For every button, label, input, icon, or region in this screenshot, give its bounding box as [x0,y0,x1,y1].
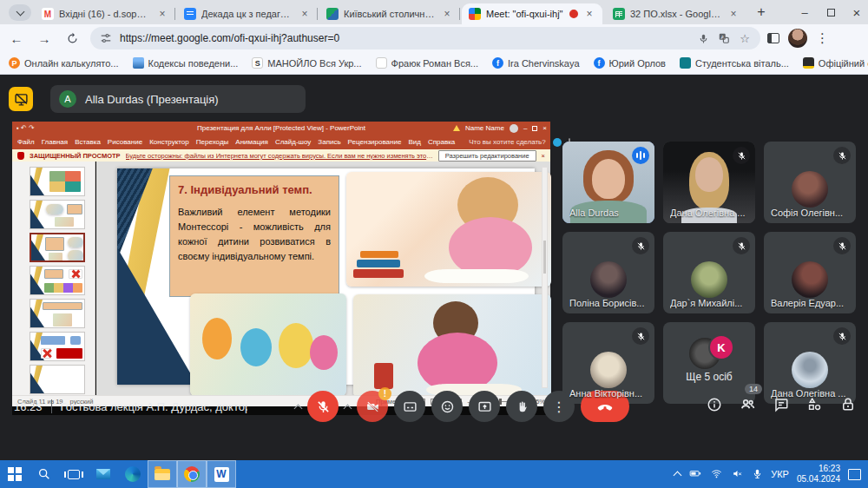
bookmark-item[interactable]: PОнлайн калькулято... [9,57,119,69]
protected-view-label: ЗАЩИЩЕННЫЙ ПРОСМОТР [30,152,121,160]
protected-view-bar: ЗАЩИЩЕННЫЙ ПРОСМОТР Будьте осторожны: фа… [12,149,550,162]
side-panel-icon[interactable] [767,33,779,43]
tab-search-button[interactable] [9,4,31,21]
address-bar[interactable]: https://meet.google.com/ofi-qxui-ihj?aut… [90,27,760,49]
bookmark-star-icon[interactable]: ☆ [738,31,752,45]
raise-hand-button[interactable] [506,391,537,422]
participant-avatar [691,261,727,298]
participant-tile[interactable]: Валерія Едуар... [764,232,856,313]
reactions-button[interactable] [431,391,463,422]
tray-show-hidden-icons[interactable] [674,472,682,480]
ppt-menu-item: Рисование [108,138,142,146]
bookmark-item[interactable]: Студентська віталь... [680,57,789,69]
site-settings-icon[interactable] [99,31,113,45]
language-indicator[interactable]: УКР [771,469,789,479]
profile-avatar[interactable] [788,29,807,48]
group-avatar-badge: K [708,334,734,360]
slide-thumbnail: 12 [30,266,85,295]
participant-tile[interactable]: Софія Олегівн... [764,142,856,223]
tab-close-button[interactable]: × [583,8,595,20]
ppt-menu-item: Главная [42,138,68,146]
slide-title: 7. Індивідуальний темп. [178,183,331,196]
window-maximize-button[interactable] [818,0,844,24]
browser-menu-button[interactable]: ⋮ [816,30,829,46]
bookmark-label: Онлайн калькулято... [24,58,119,69]
presenter-label: Alla Durdas (Презентація) [85,93,219,106]
site-favicon-icon [680,57,691,69]
participant-tile[interactable]: Анна Вікторівн... [562,322,654,404]
voice-search-icon[interactable] [696,31,710,45]
present-button[interactable] [469,391,500,422]
more-vertical-icon: ⋮ [552,399,566,415]
new-tab-button[interactable]: + [748,0,774,24]
translate-icon[interactable]: A [717,31,731,45]
tab-docs[interactable]: Декада цк з педагогічної о × [177,3,318,24]
participant-tile[interactable]: Дана Олегівна ... [663,142,755,223]
presentation-warning-button[interactable] [9,87,33,111]
mic-off-icon [733,147,750,164]
participant-tile[interactable]: Дана Олегівна ... [764,322,856,404]
microphone-tray-icon[interactable] [752,468,763,481]
tab-university[interactable]: Київський столичний унів × [319,3,460,24]
wifi-icon[interactable] [710,468,723,481]
host-controls-button[interactable] [840,397,856,416]
tab-sheets[interactable]: 32 ПО.xlsx - Google Таблиц × [606,3,746,24]
mail-app-button[interactable] [89,460,118,488]
browser-tabstrip: M Вхідні (16) - d.sopova@kub × Декада цк… [0,0,868,24]
ppt-menu-item: Файл [17,138,35,146]
tab-close-button[interactable]: × [156,8,168,20]
taskbar-clock[interactable]: 16:23 05.04.2024 [797,464,840,485]
bookmark-item[interactable]: Фраюк Роман Вся... [376,57,478,69]
reload-button[interactable] [61,27,83,49]
search-icon [37,467,51,481]
file-explorer-button[interactable] [148,460,177,488]
chat-button[interactable] [773,397,789,416]
photo-detail [424,269,529,283]
tab-meet-active[interactable]: Meet: "ofi-qxui-ihj" × [462,3,602,24]
participants-button[interactable]: 14 [740,396,756,416]
ppt-menu-item: Запись [318,138,340,146]
bookmark-item[interactable]: fIra Chervinskaya [492,57,580,69]
tab-close-button[interactable]: × [727,8,740,20]
bookmark-item[interactable]: SМАНОЙЛО Вся Укр... [252,57,361,69]
presenter-pill[interactable]: A Alla Durdas (Презентація) [50,85,306,113]
edge-app-button[interactable] [118,460,148,488]
word-app-button[interactable]: W [207,460,236,488]
captions-button[interactable] [394,391,425,422]
photo-detail [240,328,272,366]
window-close-button[interactable]: × [844,0,868,24]
ppt-assistant-hint: Что вы хотите сделать? [469,138,545,146]
task-view-button[interactable] [59,460,89,488]
forward-button[interactable]: → [33,27,56,49]
participant-tile[interactable]: Поліна Борисів... [562,232,654,313]
tab-gmail[interactable]: M Вхідні (16) - d.sopova@kub × [35,3,175,24]
volume-muted-icon[interactable] [731,468,744,481]
window-minimize-button[interactable]: – [792,0,818,24]
photo-detail [357,260,400,267]
captions-icon [403,399,418,414]
tab-close-button[interactable]: × [441,8,453,20]
action-center-icon[interactable] [848,469,861,480]
activities-button[interactable] [806,396,823,416]
participant-tile[interactable]: Дар`я Михайлі... [663,232,755,313]
bookmark-item[interactable]: Кодексы поведени... [133,57,239,69]
participant-avatar [792,352,828,388]
chrome-app-button[interactable] [177,460,207,488]
bookmark-item[interactable]: fЮрий Орлов [594,57,666,69]
camera-toggle-button[interactable]: ! [357,391,388,422]
cam-options-chevron[interactable] [344,404,352,412]
ppt-slide-area: 7. Індивідуальний темп. Важливий елемент… [96,162,550,395]
back-button[interactable]: ← [5,27,28,49]
meeting-info-button[interactable] [707,397,722,416]
mic-toggle-button[interactable] [307,391,339,422]
battery-status-icon[interactable] [688,467,702,481]
edge-icon [125,466,141,482]
bookmark-label: Офіційний сайт Уп... [819,58,868,69]
taskbar-search-button[interactable] [30,460,59,488]
ppt-minimize-icon: – [523,124,527,132]
mic-options-chevron[interactable] [294,404,303,412]
participant-tile-alla[interactable]: Alla Durdas [562,142,654,223]
start-button[interactable] [0,460,30,488]
tab-close-button[interactable]: × [299,8,311,20]
bookmark-item[interactable]: Офіційний сайт Уп... [803,57,868,69]
